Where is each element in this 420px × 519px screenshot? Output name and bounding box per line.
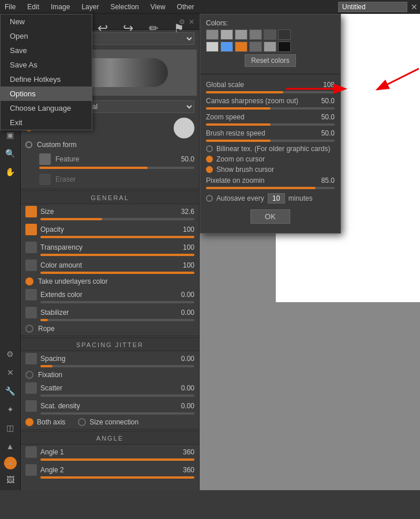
angle1-slider[interactable]	[40, 458, 194, 461]
show-brush-row[interactable]: Show brush cursor	[206, 164, 335, 175]
show-brush-radio[interactable]	[206, 166, 213, 173]
scatter-slider[interactable]	[40, 394, 194, 397]
spacing-row: Spacing 0.00	[21, 351, 199, 365]
menu-item-save-as[interactable]: Save As	[1, 58, 92, 72]
menu-item-new[interactable]: New	[1, 14, 92, 29]
brush-resize-slider[interactable]	[206, 140, 335, 142]
autosave-radio[interactable]	[206, 195, 213, 202]
menu-image[interactable]: Image	[48, 2, 72, 12]
size-connection-check[interactable]	[78, 418, 86, 426]
canvas-sharpness-value: 50.0	[317, 97, 335, 105]
menu-other[interactable]: Other	[175, 2, 197, 12]
global-scale-slider[interactable]	[206, 91, 335, 93]
menu-view[interactable]: View	[148, 2, 168, 12]
tool-settings[interactable]: ⚙	[2, 346, 18, 362]
scatter-label: Scatter	[40, 384, 174, 392]
title-input[interactable]	[338, 2, 407, 12]
ok-button[interactable]: OK	[250, 209, 290, 224]
color-swatch-5[interactable]	[264, 29, 276, 40]
color-swatch-9[interactable]	[235, 42, 247, 52]
undo-button[interactable]: ↩	[92, 18, 113, 39]
fixation-check[interactable]	[25, 371, 33, 379]
size-label: Size	[40, 208, 174, 216]
color-swatch-2[interactable]	[220, 29, 233, 40]
color-swatch-7[interactable]	[206, 42, 219, 52]
size-value: 32.6	[177, 208, 194, 216]
canvas-area[interactable]: Colors: Reset colors	[200, 14, 420, 490]
menu-item-open[interactable]: Open	[1, 29, 92, 43]
bilinear-row[interactable]: Bilinear tex. (For older graphic cards)	[206, 144, 335, 154]
color-swatch-1[interactable]	[206, 29, 219, 40]
color-amount-slider[interactable]	[40, 272, 194, 274]
angle2-slider[interactable]	[40, 476, 194, 479]
menu-selection[interactable]: Selection	[108, 2, 141, 12]
menu-item-exit[interactable]: Exit	[1, 115, 92, 130]
pixelate-slider[interactable]	[206, 187, 335, 189]
reset-colors-button[interactable]: Reset colors	[245, 54, 296, 67]
bilinear-radio[interactable]	[206, 145, 213, 152]
pixelate-value: 85.0	[317, 176, 335, 185]
zoom-speed-slider[interactable]	[206, 123, 335, 126]
extends-color-slider[interactable]	[40, 301, 194, 303]
extends-color-row: Extends color 0.00	[21, 287, 199, 301]
size-slider[interactable]	[40, 218, 194, 220]
menu-item-define-hotkeys[interactable]: Define Hotkeys	[1, 72, 92, 86]
transparency-slider[interactable]	[40, 254, 194, 256]
color-swatch-10[interactable]	[249, 42, 262, 52]
tool-wrench[interactable]: 🔧	[2, 383, 18, 399]
rope-label: Rope	[38, 325, 55, 333]
autosave-minutes-input[interactable]	[268, 193, 285, 204]
color-swatch-12[interactable]	[278, 42, 291, 52]
zoom-on-cursor-row[interactable]: Zoom on cursor	[206, 154, 335, 164]
stabilizer-slider[interactable]	[40, 319, 194, 321]
tool-x[interactable]: ✕	[2, 364, 18, 381]
spacing-slider[interactable]	[40, 365, 194, 367]
take-underlayers-check[interactable]	[25, 277, 33, 285]
color-swatch-6[interactable]	[278, 29, 291, 40]
opacity-label: Opacity	[40, 225, 174, 234]
tool-triangle[interactable]: ▲	[2, 438, 18, 454]
tool-special[interactable]: ✦	[2, 401, 18, 418]
scat-density-value: 0.00	[177, 402, 194, 410]
menu-layer[interactable]: Layer	[79, 2, 101, 12]
opacity-slider[interactable]	[40, 236, 194, 238]
menu-item-save[interactable]: Save	[1, 43, 92, 58]
pixelate-label: Pixelate on zoomin	[206, 176, 314, 185]
feature-slider[interactable]	[39, 167, 194, 169]
menu-item-choose-language[interactable]: Choose Language	[1, 101, 92, 115]
color-swatch-4[interactable]	[249, 29, 262, 40]
close-panel-icon[interactable]: ✕	[189, 18, 194, 26]
scat-density-slider[interactable]	[40, 412, 194, 415]
tool-zoom[interactable]: 🔍	[2, 145, 18, 161]
custom-form-row[interactable]: Custom form	[21, 140, 199, 151]
menu-edit[interactable]: Edit	[25, 2, 42, 12]
color-swatch-8[interactable]	[220, 42, 233, 52]
tool-color[interactable]: ●	[4, 457, 17, 469]
flag-button[interactable]: ⚑	[168, 18, 189, 39]
angle1-row: Angle 1 360	[21, 445, 199, 458]
color-swatch-11[interactable]	[264, 42, 276, 52]
title-bar-right: ✕	[338, 2, 418, 12]
menu-file[interactable]: File	[2, 2, 18, 12]
fixation-row[interactable]: Fixation	[21, 369, 199, 381]
angle2-row: Angle 2 360	[21, 462, 199, 476]
custom-form-radio[interactable]	[25, 141, 32, 148]
close-icon[interactable]: ✕	[411, 2, 418, 12]
redo-button[interactable]: ↪	[118, 18, 138, 39]
tool-image[interactable]: 🖼	[2, 472, 18, 488]
tool-pan[interactable]: ✋	[2, 164, 18, 180]
color-swatch-3[interactable]	[235, 29, 247, 40]
opacity-value: 100	[177, 225, 194, 234]
both-axis-check[interactable]	[25, 418, 33, 426]
zoom-on-cursor-label: Zoom on cursor	[216, 155, 265, 163]
rope-row[interactable]: Rope	[21, 323, 199, 334]
menu-item-options[interactable]: Options	[1, 86, 92, 101]
brush-tool-button[interactable]: ✏	[143, 18, 164, 39]
size-connection-label: Size connection	[89, 418, 138, 426]
zoom-on-cursor-radio[interactable]	[206, 156, 213, 163]
tool-layers[interactable]: ◫	[2, 420, 18, 436]
canvas-sharpness-slider[interactable]	[206, 107, 335, 110]
rope-check[interactable]	[25, 325, 33, 333]
color-amount-value: 100	[177, 261, 194, 269]
take-underlayers-row[interactable]: Take underlayers color	[21, 276, 199, 287]
